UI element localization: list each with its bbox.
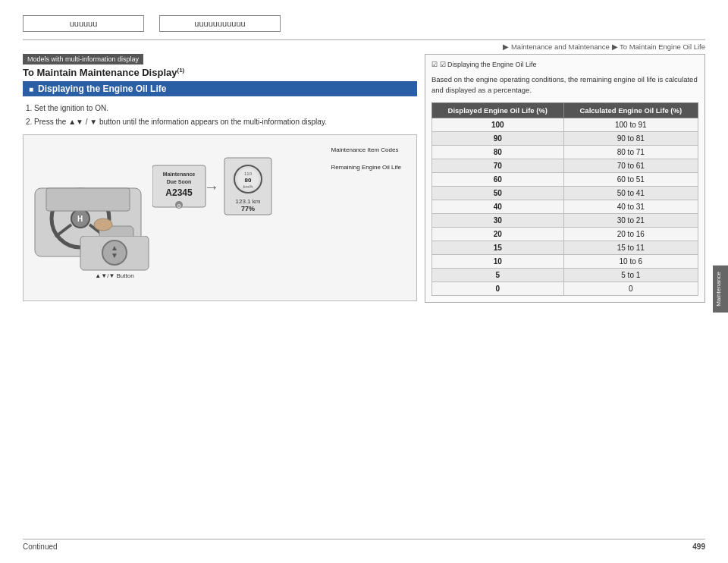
section-title: To Maintain Maintenance Display(1) xyxy=(23,67,417,78)
table-cell-displayed: 15 xyxy=(432,241,564,254)
table-cell-displayed: 80 xyxy=(432,145,564,159)
svg-text:Due Soon: Due Soon xyxy=(167,179,192,184)
breadcrumb: ▶ Maintenance and Maintenance ▶ To Maint… xyxy=(23,39,705,51)
table-row: 5050 to 41 xyxy=(432,186,698,200)
table-row: 55 to 1 xyxy=(432,268,698,282)
svg-point-9 xyxy=(94,219,112,231)
page-footer: Continued 499 xyxy=(23,539,705,551)
steps-section: 1. Set the ignition to ON. 2. Press the … xyxy=(23,102,417,128)
table-cell-calculated: 5 to 1 xyxy=(563,268,698,282)
table-cell-calculated: 20 to 16 xyxy=(563,227,698,241)
table-cell-displayed: 60 xyxy=(432,172,564,186)
table-cell-displayed: 20 xyxy=(432,227,564,241)
table-row: 9090 to 81 xyxy=(432,131,698,145)
table-cell-calculated: 100 to 91 xyxy=(563,118,698,131)
table-cell-displayed: 10 xyxy=(432,254,564,268)
table-cell-calculated: 50 to 41 xyxy=(563,186,698,200)
table-row: 00 xyxy=(432,282,698,295)
table-cell-calculated: 80 to 71 xyxy=(563,145,698,159)
table-row: 8080 to 71 xyxy=(432,145,698,159)
nav-box-1[interactable]: uuuuuu xyxy=(23,15,144,32)
right-header-label: ☑ xyxy=(431,61,440,68)
table-cell-displayed: 100 xyxy=(432,118,564,131)
table-row: 100100 to 91 xyxy=(432,118,698,131)
models-badge: Models with multi-information display xyxy=(23,54,143,64)
table-cell-displayed: 90 xyxy=(432,131,564,145)
gauge-svg: Maintenance Due Soon A2345 ⚙ → xyxy=(152,150,274,256)
svg-text:Maintenance: Maintenance xyxy=(163,171,196,177)
main-content: Models with multi-information display To… xyxy=(23,54,705,303)
table-cell-calculated: 15 to 11 xyxy=(563,241,698,254)
table-cell-displayed: 5 xyxy=(432,268,564,282)
svg-text:⚙: ⚙ xyxy=(177,203,181,209)
right-col-description: Based on the engine operating conditions… xyxy=(431,74,698,96)
button-svg: ▲ ▼ ▲▼/▼ Button xyxy=(77,236,152,285)
nav-box-2[interactable]: uuuuuuuuuuu xyxy=(159,15,281,32)
table-cell-displayed: 30 xyxy=(432,213,564,227)
svg-text:▲▼/▼ Button: ▲▼/▼ Button xyxy=(95,272,133,279)
table-cell-calculated: 0 xyxy=(563,282,698,295)
table-row: 2020 to 16 xyxy=(432,227,698,241)
table-cell-displayed: 40 xyxy=(432,200,564,213)
nav-box-2-text: uuuuuuuuuuu xyxy=(194,19,245,28)
step-1: 1. Set the ignition to ON. xyxy=(26,102,417,115)
illustration-container: H Main xyxy=(31,143,409,287)
table-header-calculated: Calculated Engine Oil Life (%) xyxy=(563,102,698,118)
svg-rect-7 xyxy=(46,188,130,211)
side-tab: Maintenance xyxy=(713,266,728,313)
table-row: 3030 to 21 xyxy=(432,213,698,227)
section-header: Displaying the Engine Oil Life xyxy=(23,81,417,96)
table-cell-displayed: 70 xyxy=(432,159,564,172)
table-header-displayed: Displayed Engine Oil Life (%) xyxy=(432,102,564,118)
svg-text:A2345: A2345 xyxy=(165,187,193,198)
svg-text:km/h: km/h xyxy=(243,184,253,189)
nav-box-1-text: uuuuuu xyxy=(70,19,98,28)
remaining-label: Remaining Engine Oil Life xyxy=(331,164,402,171)
button-illustration: ▲ ▼ ▲▼/▼ Button xyxy=(77,236,152,287)
top-nav: uuuuuu uuuuuuuuuuu xyxy=(23,15,705,32)
right-column: ☑ ☑ Displaying the Engine Oil Life Based… xyxy=(425,54,705,303)
table-cell-displayed: 0 xyxy=(432,282,564,295)
maintenance-label: Maintenance Item Codes xyxy=(331,146,402,153)
svg-text:→: → xyxy=(204,178,219,195)
illustration-labels: Maintenance Item Codes Remaining Engine … xyxy=(331,146,402,181)
footer-right: 499 xyxy=(692,543,705,551)
table-row: 1010 to 6 xyxy=(432,254,698,268)
dashboard-illustration: H Main xyxy=(23,134,417,301)
step-2: 2. Press the ▲▼ / ▼ button until the inf… xyxy=(26,116,417,128)
right-col-header: ☑ ☑ Displaying the Engine Oil Life xyxy=(431,61,698,70)
svg-text:77%: 77% xyxy=(241,205,255,212)
table-cell-calculated: 40 to 31 xyxy=(563,200,698,213)
svg-text:123.1 km: 123.1 km xyxy=(236,198,261,205)
table-row: 4040 to 31 xyxy=(432,200,698,213)
svg-text:▼: ▼ xyxy=(111,251,118,259)
gauge-display-area: Maintenance Due Soon A2345 ⚙ → xyxy=(152,150,274,258)
table-row: 6060 to 51 xyxy=(432,172,698,186)
svg-text:110: 110 xyxy=(244,171,253,176)
table-cell-calculated: 90 to 81 xyxy=(563,131,698,145)
footer-left: Continued xyxy=(23,543,58,551)
left-column: Models with multi-information display To… xyxy=(23,54,417,303)
table-cell-calculated: 60 to 51 xyxy=(563,172,698,186)
table-cell-calculated: 10 to 6 xyxy=(563,254,698,268)
table-row: 7070 to 61 xyxy=(432,159,698,172)
oil-life-table: Displayed Engine Oil Life (%) Calculated… xyxy=(431,102,698,296)
page-wrapper: uuuuuu uuuuuuuuuuu ▶ Maintenance and Mai… xyxy=(0,0,728,563)
table-cell-displayed: 50 xyxy=(432,186,564,200)
table-cell-calculated: 70 to 61 xyxy=(563,159,698,172)
svg-text:H: H xyxy=(77,215,83,223)
svg-text:80: 80 xyxy=(245,177,252,184)
table-cell-calculated: 30 to 21 xyxy=(563,213,698,227)
table-row: 1515 to 11 xyxy=(432,241,698,254)
